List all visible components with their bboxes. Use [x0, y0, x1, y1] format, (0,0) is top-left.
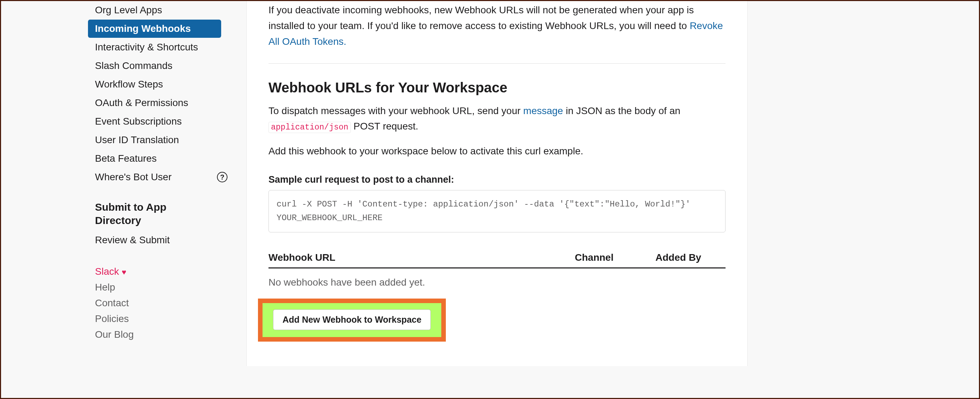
dispatch-text-part2: in JSON as the body of an	[563, 105, 680, 116]
activate-text: Add this webhook to your workspace below…	[269, 144, 725, 158]
sidebar-item-wheres-bot-user[interactable]: Where's Bot User ?	[88, 168, 221, 186]
sidebar-item-label: Where's Bot User	[95, 171, 172, 182]
dispatch-text-part1: To dispatch messages with your webhook U…	[269, 105, 523, 116]
footer-link-policies[interactable]: Policies	[88, 310, 221, 326]
footer-link-slack-label: Slack	[95, 266, 119, 277]
sidebar-item-slash-commands[interactable]: Slash Commands	[88, 57, 221, 75]
inline-code-json: application/json	[269, 122, 351, 133]
sidebar-item-oauth-permissions[interactable]: OAuth & Permissions	[88, 94, 221, 112]
main-content: If you deactivate incoming webhooks, new…	[247, 1, 748, 366]
sidebar: Org Level Apps Incoming Webhooks Interac…	[88, 1, 228, 366]
deactivate-text-part: If you deactivate incoming webhooks, new…	[269, 5, 694, 31]
dispatch-text-part3: POST request.	[351, 121, 418, 131]
deactivate-info-text: If you deactivate incoming webhooks, new…	[269, 1, 725, 63]
webhook-empty-state: No webhooks have been added yet.	[269, 268, 725, 299]
sidebar-item-workflow-steps[interactable]: Workflow Steps	[88, 75, 221, 93]
section-heading: Webhook URLs for Your Workspace	[269, 80, 725, 95]
footer-link-blog[interactable]: Our Blog	[88, 326, 221, 342]
sidebar-item-incoming-webhooks[interactable]: Incoming Webhooks	[88, 20, 221, 38]
footer-link-slack[interactable]: Slack ♥	[88, 263, 221, 279]
footer-link-contact[interactable]: Contact	[88, 294, 221, 310]
sidebar-item-org-level-apps[interactable]: Org Level Apps	[88, 1, 221, 19]
sidebar-item-interactivity[interactable]: Interactivity & Shortcuts	[88, 38, 221, 56]
sidebar-item-user-id-translation[interactable]: User ID Translation	[88, 131, 221, 149]
dispatch-text: To dispatch messages with your webhook U…	[269, 103, 725, 134]
footer-link-help[interactable]: Help	[88, 279, 221, 294]
sidebar-item-event-subscriptions[interactable]: Event Subscriptions	[88, 112, 221, 131]
sidebar-section-title: Submit to App Directory	[88, 194, 221, 227]
section-divider	[269, 63, 725, 64]
message-link[interactable]: message	[523, 105, 563, 116]
heart-icon: ♥	[122, 268, 126, 277]
table-header-url: Webhook URL	[269, 252, 575, 263]
sidebar-link-review-submit[interactable]: Review & Submit	[88, 227, 221, 247]
table-header-added-by: Added By	[655, 252, 725, 263]
help-icon[interactable]: ?	[217, 172, 228, 182]
sample-curl-label: Sample curl request to post to a channel…	[269, 174, 725, 185]
add-webhook-button[interactable]: Add New Webhook to Workspace	[273, 309, 431, 330]
sidebar-item-beta-features[interactable]: Beta Features	[88, 149, 221, 168]
table-header-channel: Channel	[575, 252, 655, 263]
webhook-table-header: Webhook URL Channel Added By	[269, 252, 725, 268]
curl-code-block: curl -X POST -H 'Content-type: applicati…	[269, 190, 725, 233]
annotation-highlight-box: Add New Webhook to Workspace	[258, 299, 446, 342]
